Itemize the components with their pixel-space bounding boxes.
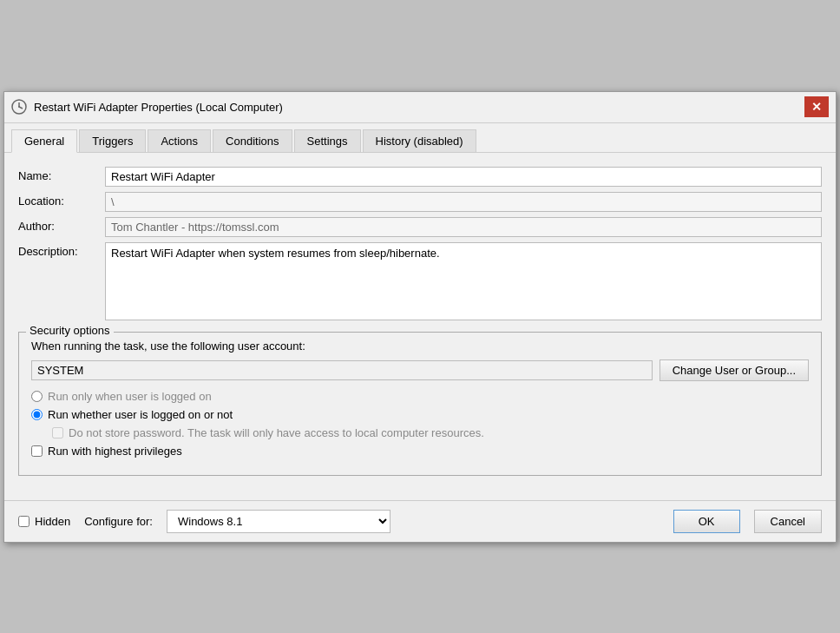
svg-point-3 [18,106,20,108]
security-title: Security options [26,324,114,337]
description-value: Restart WiFi Adapter when system resumes… [105,242,822,323]
location-value [105,192,822,212]
description-label: Description: [18,242,105,258]
name-value [105,167,822,187]
security-desc: When running the task, use the following… [31,340,809,353]
name-row: Name: [18,167,822,187]
hidden-label: Hidden [35,515,70,528]
change-user-button[interactable]: Change User or Group... [660,359,809,381]
tab-bar: General Triggers Actions Conditions Sett… [4,123,836,153]
radio-logged-on[interactable] [31,391,43,402]
highest-priv-label: Run with highest privileges [48,445,182,458]
cancel-button[interactable]: Cancel [754,510,822,533]
user-account-input [31,360,653,380]
configure-select[interactable]: Windows Vista, Windows Server 2008 Windo… [167,510,390,533]
author-input [105,217,822,237]
tab-content: Name: Location: Author: Description: Res… [4,153,836,490]
no-password-label: Do not store password. The task will onl… [69,426,484,439]
author-value [105,217,822,237]
title-bar-left: Restart WiFi Adapter Properties (Local C… [11,99,283,115]
location-input [105,192,822,212]
no-password-checkbox[interactable] [52,427,63,438]
tab-general[interactable]: General [11,129,77,153]
highest-priv-row: Run with highest privileges [31,445,809,458]
radio-not-logged-row: Run whether user is logged on or not [31,408,809,421]
tab-triggers[interactable]: Triggers [79,129,146,153]
tab-conditions[interactable]: Conditions [213,129,292,153]
radio-logged-on-label: Run only when user is logged on [48,390,212,403]
tab-settings[interactable]: Settings [294,129,361,153]
bottom-row: Hidden Configure for: Windows Vista, Win… [4,500,836,542]
name-label: Name: [18,167,105,182]
description-textarea[interactable]: Restart WiFi Adapter when system resumes… [105,242,822,320]
main-window: Restart WiFi Adapter Properties (Local C… [3,91,837,543]
hidden-checkbox[interactable] [18,516,30,527]
title-bar: Restart WiFi Adapter Properties (Local C… [4,92,836,123]
ok-button[interactable]: OK [673,510,740,533]
name-input[interactable] [105,167,822,187]
tab-history[interactable]: History (disabled) [363,129,476,153]
radio-logged-on-row: Run only when user is logged on [31,390,809,403]
window-title: Restart WiFi Adapter Properties (Local C… [34,101,283,114]
hidden-row: Hidden [18,515,70,528]
close-button[interactable]: ✕ [804,96,829,117]
configure-label: Configure for: [84,515,153,528]
description-row: Description: Restart WiFi Adapter when s… [18,242,822,323]
tab-actions[interactable]: Actions [148,129,211,153]
location-row: Location: [18,192,822,212]
clock-icon [11,99,27,115]
user-account-row: Change User or Group... [31,359,809,381]
radio-not-logged[interactable] [31,409,43,420]
author-row: Author: [18,217,822,237]
location-label: Location: [18,192,105,208]
security-group: Security options When running the task, … [18,332,822,476]
author-label: Author: [18,217,105,233]
no-password-row: Do not store password. The task will onl… [52,426,809,439]
radio-not-logged-label: Run whether user is logged on or not [48,408,233,421]
highest-priv-checkbox[interactable] [31,445,43,457]
